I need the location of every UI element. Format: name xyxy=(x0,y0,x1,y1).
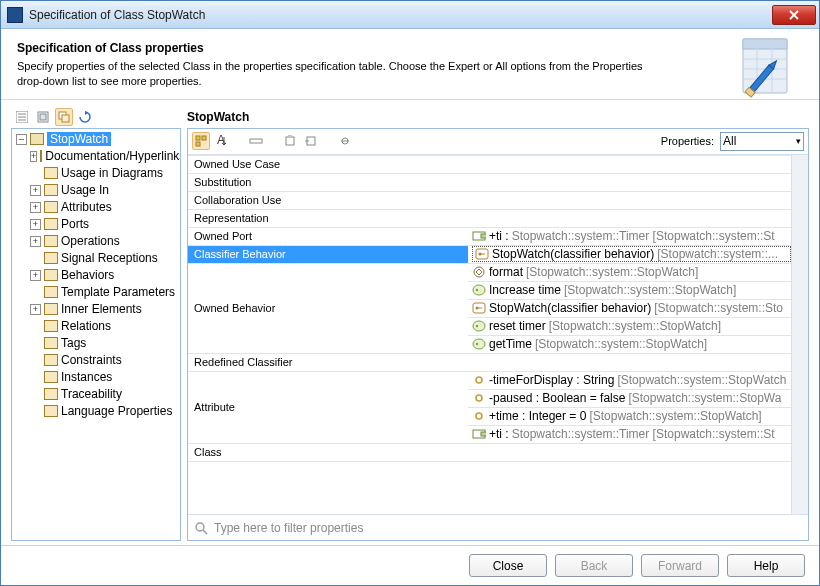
property-value[interactable]: -timeForDisplay : String [Stopwatch::sys… xyxy=(468,371,791,389)
tree-item-label: Behaviors xyxy=(61,268,114,282)
property-row[interactable]: Owned Behaviorformat [Stopwatch::system:… xyxy=(188,263,791,281)
property-value-detail: Stopwatch::system::Timer [Stopwatch::sys… xyxy=(512,427,775,441)
twisty-expand-icon[interactable]: + xyxy=(30,304,41,315)
property-value[interactable] xyxy=(468,173,791,191)
property-value-detail: [Stopwatch::system::StopWa xyxy=(628,391,781,405)
sort-alpha-button[interactable]: A xyxy=(213,132,231,150)
property-row[interactable]: Attribute-timeForDisplay : String [Stopw… xyxy=(188,371,791,389)
tree-item[interactable]: Traceability xyxy=(12,386,180,403)
tree-item[interactable]: +Inner Elements xyxy=(12,301,180,318)
property-value-detail: [Stopwatch::system::StopWatch] xyxy=(526,265,698,279)
tree-tool-button[interactable] xyxy=(34,108,52,126)
close-window-button[interactable] xyxy=(772,5,816,25)
property-row[interactable]: Substitution xyxy=(188,173,791,191)
state-machine-icon xyxy=(475,248,489,260)
property-value[interactable]: StopWatch(classifier behavior) [Stopwatc… xyxy=(468,299,791,317)
activity-icon xyxy=(472,320,486,332)
back-button[interactable]: Back xyxy=(555,554,633,577)
forward-button[interactable]: Forward xyxy=(641,554,719,577)
property-row[interactable]: Redefined Classifier xyxy=(188,353,791,371)
svg-rect-17 xyxy=(62,115,69,122)
tree-item[interactable]: +Operations xyxy=(12,233,180,250)
toolbar-button[interactable] xyxy=(281,132,299,150)
property-value[interactable]: +ti : Stopwatch::system::Timer [Stopwatc… xyxy=(468,425,791,443)
tree-item[interactable]: Language Properties xyxy=(12,403,180,420)
property-row[interactable]: Owned Port+ti : Stopwatch::system::Timer… xyxy=(188,227,791,245)
help-button[interactable]: Help xyxy=(727,554,805,577)
twisty-expand-icon[interactable]: + xyxy=(30,219,41,230)
tree-item[interactable]: Constraints xyxy=(12,352,180,369)
svg-point-44 xyxy=(476,395,482,401)
property-row[interactable]: Owned Use Case xyxy=(188,155,791,173)
tree-tool-button[interactable] xyxy=(13,108,31,126)
tree-item[interactable]: Tags xyxy=(12,335,180,352)
tree[interactable]: – StopWatch +Documentation/HyperlinksUsa… xyxy=(11,128,181,541)
folder-icon xyxy=(44,405,58,417)
property-value[interactable] xyxy=(468,191,791,209)
property-row[interactable]: Representation xyxy=(188,209,791,227)
svg-point-43 xyxy=(476,377,482,383)
property-value[interactable] xyxy=(468,443,791,461)
toolbar-button[interactable] xyxy=(302,132,320,150)
tree-item[interactable]: +Behaviors xyxy=(12,267,180,284)
tree-item[interactable]: Template Parameters xyxy=(12,284,180,301)
tree-item-label: Usage in Diagrams xyxy=(61,166,163,180)
svg-rect-19 xyxy=(196,136,200,140)
titlebar[interactable]: Specification of Class StopWatch xyxy=(1,1,819,29)
property-value[interactable] xyxy=(468,155,791,173)
tree-item[interactable]: Usage in Diagrams xyxy=(12,165,180,182)
twisty-expand-icon[interactable]: + xyxy=(30,151,37,162)
tree-item[interactable]: +Documentation/Hyperlinks xyxy=(12,148,180,165)
scrollbar[interactable] xyxy=(791,155,808,514)
twisty-collapse-icon[interactable]: – xyxy=(16,134,27,145)
toolbar-button[interactable] xyxy=(247,132,265,150)
twisty-expand-icon[interactable]: + xyxy=(30,185,41,196)
property-value[interactable]: -paused : Boolean = false [Stopwatch::sy… xyxy=(468,389,791,407)
properties-grid[interactable]: Owned Use CaseSubstitutionCollaboration … xyxy=(188,155,791,514)
property-row[interactable]: Class xyxy=(188,443,791,461)
property-value-main: getTime xyxy=(489,337,532,351)
tree-tool-button-pressed[interactable] xyxy=(55,108,73,126)
property-value[interactable]: +ti : Stopwatch::system::Timer [Stopwatc… xyxy=(468,227,791,245)
header-title: Specification of Class properties xyxy=(17,41,803,55)
toolbar-button[interactable] xyxy=(336,132,354,150)
tree-item[interactable]: Relations xyxy=(12,318,180,335)
twisty-expand-icon[interactable]: + xyxy=(30,202,41,213)
attribute-icon xyxy=(472,410,486,422)
property-value-detail: [Stopwatch::system::Sto xyxy=(654,301,783,315)
close-button[interactable]: Close xyxy=(469,554,547,577)
folder-icon xyxy=(44,252,58,264)
property-value-content: StopWatch(classifier behavior) [Stopwatc… xyxy=(472,246,791,262)
sort-category-button[interactable] xyxy=(192,132,210,150)
folder-icon xyxy=(44,167,58,179)
svg-rect-20 xyxy=(202,136,206,140)
tree-item[interactable]: Signal Receptions xyxy=(12,250,180,267)
property-value[interactable]: StopWatch(classifier behavior) [Stopwatc… xyxy=(468,245,791,263)
tree-item[interactable]: +Usage In xyxy=(12,182,180,199)
svg-rect-1 xyxy=(743,39,787,49)
property-row[interactable]: Classifier BehaviorStopWatch(classifier … xyxy=(188,245,791,263)
property-value[interactable] xyxy=(468,353,791,371)
refresh-button[interactable] xyxy=(76,108,94,126)
left-toolbar xyxy=(11,106,181,128)
tree-item[interactable]: +Ports xyxy=(12,216,180,233)
property-row[interactable]: Collaboration Use xyxy=(188,191,791,209)
twisty-expand-icon[interactable]: + xyxy=(30,236,41,247)
tree-item[interactable]: Instances xyxy=(12,369,180,386)
property-value-content: -timeForDisplay : String [Stopwatch::sys… xyxy=(472,373,791,387)
property-value[interactable]: Increase time [Stopwatch::system::StopWa… xyxy=(468,281,791,299)
property-value[interactable] xyxy=(468,209,791,227)
filter-bar[interactable]: Type here to filter properties xyxy=(188,514,808,540)
svg-rect-47 xyxy=(481,432,486,436)
properties-dropdown[interactable]: All ▾ xyxy=(720,132,804,151)
property-value[interactable]: getTime [Stopwatch::system::StopWatch] xyxy=(468,335,791,353)
twisty-expand-icon[interactable]: + xyxy=(30,270,41,281)
property-value[interactable]: reset timer [Stopwatch::system::StopWatc… xyxy=(468,317,791,335)
property-name: Classifier Behavior xyxy=(188,245,468,263)
tree-item[interactable]: +Attributes xyxy=(12,199,180,216)
property-value[interactable]: format [Stopwatch::system::StopWatch] xyxy=(468,263,791,281)
tree-root[interactable]: – StopWatch xyxy=(12,131,180,148)
property-value-content: reset timer [Stopwatch::system::StopWatc… xyxy=(472,319,791,333)
property-value[interactable]: +time : Integer = 0 [Stopwatch::system::… xyxy=(468,407,791,425)
property-name: Substitution xyxy=(188,173,468,191)
